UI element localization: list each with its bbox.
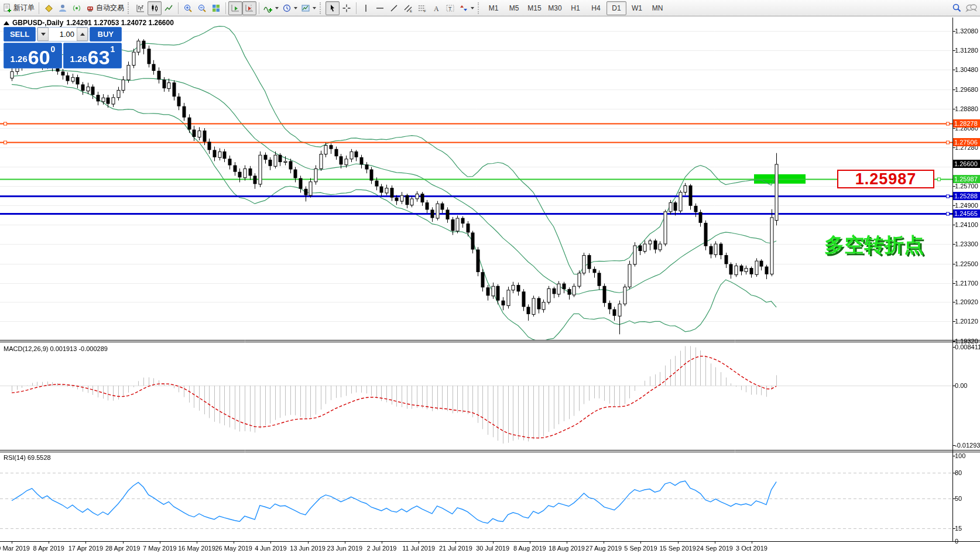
zoom-in-button[interactable] bbox=[181, 1, 195, 15]
text-tool-button[interactable]: A bbox=[429, 1, 443, 15]
data-window-button[interactable] bbox=[42, 1, 56, 15]
sell-price-display[interactable]: 1.26 60 0 bbox=[4, 43, 62, 68]
separator bbox=[225, 2, 226, 14]
rsi-tick-label: 15 bbox=[955, 525, 962, 532]
tile-windows-button[interactable] bbox=[209, 1, 223, 15]
search-icon bbox=[952, 3, 962, 13]
up-arrow-icon bbox=[80, 33, 85, 36]
timeframe-button-m1[interactable]: M1 bbox=[484, 1, 503, 15]
date-tick-label: 30 Jul 2019 bbox=[476, 545, 509, 552]
sell-price-main: 60 bbox=[28, 49, 50, 66]
timeframe-button-m30[interactable]: M30 bbox=[545, 1, 565, 15]
price-annotation-box[interactable]: 1.25987 bbox=[837, 170, 934, 188]
candlestick-chart-button[interactable] bbox=[148, 1, 162, 15]
price-tick-label: 1.25700 bbox=[955, 183, 978, 190]
channel-tool-button[interactable]: E bbox=[401, 1, 415, 15]
collapse-arrow-icon[interactable] bbox=[4, 21, 9, 25]
templates-button[interactable] bbox=[299, 1, 318, 15]
trendline-tool-button[interactable] bbox=[387, 1, 401, 15]
buy-price-display[interactable]: 1.26 63 1 bbox=[63, 43, 122, 68]
clock-icon bbox=[282, 4, 292, 13]
arrows-icon bbox=[459, 4, 468, 13]
volume-decrease-button[interactable] bbox=[37, 27, 49, 41]
community-chat-button[interactable] bbox=[964, 1, 979, 15]
timeframe-button-mn[interactable]: MN bbox=[647, 1, 667, 15]
volume-control bbox=[37, 27, 88, 42]
date-tick-label: 23 Jun 2019 bbox=[327, 545, 363, 552]
svg-text:F: F bbox=[424, 9, 426, 13]
horizontal-line-tool-button[interactable] bbox=[373, 1, 387, 15]
profile-icon bbox=[58, 4, 67, 13]
timeframe-button-h1[interactable]: H1 bbox=[566, 1, 585, 15]
separator bbox=[356, 2, 357, 14]
profile-button[interactable] bbox=[56, 1, 70, 15]
sell-button[interactable]: SELL bbox=[4, 27, 36, 42]
new-order-icon bbox=[3, 4, 12, 13]
price-tick-label: 1.28880 bbox=[955, 105, 978, 112]
price-tick-label: 1.29680 bbox=[955, 86, 978, 93]
svg-text:T: T bbox=[448, 5, 452, 11]
trendline-icon bbox=[389, 4, 399, 13]
equidistant-channel-icon: E bbox=[403, 4, 413, 13]
bar-chart-button[interactable] bbox=[133, 1, 148, 15]
price-level-badge: 1.27506 bbox=[953, 138, 980, 146]
auto-trading-label: 自动交易 bbox=[96, 3, 124, 13]
periods-button[interactable] bbox=[280, 1, 299, 15]
macd-tick-label: -0.012931 bbox=[955, 442, 980, 449]
volume-increase-button[interactable] bbox=[77, 27, 88, 41]
indicators-button[interactable] bbox=[262, 1, 280, 15]
new-order-button[interactable]: 新订单 bbox=[1, 1, 36, 15]
date-tick-label: 15 Sep 2019 bbox=[659, 545, 695, 552]
vertical-line-tool-button[interactable] bbox=[359, 1, 373, 15]
chat-bubbles-icon bbox=[965, 3, 977, 13]
ohlc-values: 1.24291 1.27053 1.24072 1.26600 bbox=[66, 19, 174, 27]
signal-icon bbox=[72, 4, 81, 13]
macd-indicator-label: MACD(12,26,9) 0.001913 -0.000289 bbox=[4, 345, 108, 352]
crosshair-icon bbox=[342, 4, 351, 13]
price-tick-label: 1.20120 bbox=[955, 318, 978, 325]
crosshair-tool-button[interactable] bbox=[340, 1, 354, 15]
auto-scroll-button[interactable] bbox=[228, 1, 242, 15]
text-label-tool-button[interactable]: T bbox=[443, 1, 457, 15]
toolbar-grip bbox=[320, 2, 324, 14]
buy-button[interactable]: BUY bbox=[90, 27, 122, 42]
toolbar: 新订单 自动交易 E F A T bbox=[0, 0, 980, 16]
volume-input[interactable] bbox=[49, 27, 77, 41]
separator bbox=[39, 2, 39, 14]
price-chart-canvas[interactable] bbox=[0, 16, 980, 557]
auto-trading-button[interactable]: 自动交易 bbox=[84, 1, 126, 15]
new-order-label: 新订单 bbox=[13, 3, 35, 13]
symbol-title: GBPUSD-,Daily bbox=[12, 19, 63, 27]
fibonacci-tool-button[interactable]: F bbox=[415, 1, 429, 15]
date-tick-label: 24 Sep 2019 bbox=[697, 545, 733, 552]
price-level-badge: 1.25288 bbox=[953, 192, 980, 200]
horizontal-line-icon bbox=[375, 4, 385, 13]
arrows-tool-button[interactable] bbox=[457, 1, 476, 15]
dropdown-caret-icon bbox=[471, 7, 474, 9]
search-button[interactable] bbox=[950, 1, 964, 15]
zoom-out-button[interactable] bbox=[195, 1, 209, 15]
date-tick-label: 8 Aug 2019 bbox=[513, 545, 546, 552]
chart-shift-button[interactable] bbox=[242, 1, 256, 15]
date-tick-label: 29 Mar 2019 bbox=[0, 545, 30, 552]
price-tick-label: 1.32080 bbox=[955, 27, 978, 35]
cursor-icon bbox=[328, 4, 337, 13]
line-chart-button[interactable] bbox=[162, 1, 176, 15]
chart-area: GBPUSD-,Daily 1.24291 1.27053 1.24072 1.… bbox=[0, 16, 980, 557]
auto-scroll-icon bbox=[231, 4, 240, 13]
date-tick-label: 4 Jun 2019 bbox=[255, 545, 286, 552]
timeframe-button-m5[interactable]: M5 bbox=[504, 1, 524, 15]
rsi-indicator-label: RSI(14) 69.5528 bbox=[4, 454, 51, 461]
timeframe-button-d1[interactable]: D1 bbox=[606, 1, 626, 15]
timeframe-button-m15[interactable]: M15 bbox=[525, 1, 544, 15]
vertical-line-icon bbox=[361, 4, 371, 13]
date-tick-label: 27 Aug 2019 bbox=[585, 545, 622, 552]
timeframe-button-w1[interactable]: W1 bbox=[627, 1, 647, 15]
price-tick-label: 1.20920 bbox=[955, 298, 978, 305]
svg-text:E: E bbox=[410, 9, 412, 13]
cursor-tool-button[interactable] bbox=[325, 1, 340, 15]
turning-point-annotation[interactable]: 多空转折点 bbox=[824, 232, 924, 259]
signals-button[interactable] bbox=[70, 1, 84, 15]
timeframe-button-h4[interactable]: H4 bbox=[586, 1, 606, 15]
bar-chart-icon bbox=[136, 4, 145, 13]
